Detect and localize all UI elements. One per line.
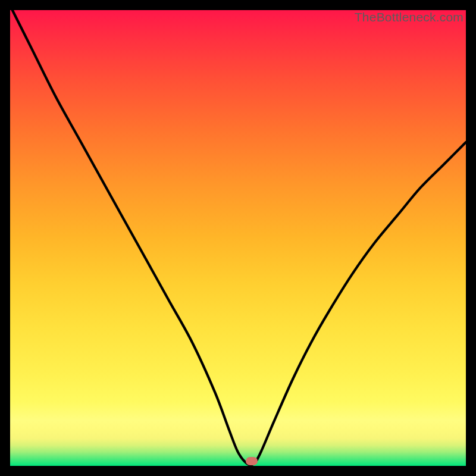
gradient-background — [10, 10, 466, 466]
chart-frame: TheBottleneck.com — [10, 10, 466, 466]
